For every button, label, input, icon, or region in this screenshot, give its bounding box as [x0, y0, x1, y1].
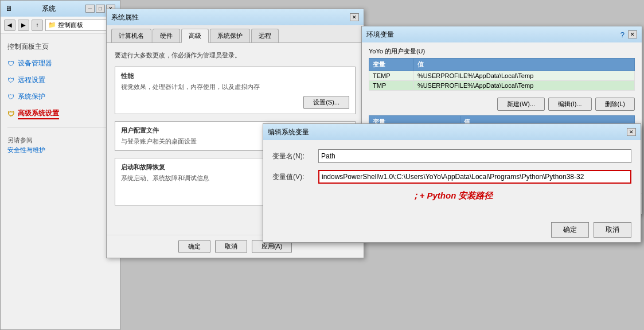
sidebar-item-remote[interactable]: 🛡 远程设置	[1, 72, 120, 88]
edit-footer: 确定 取消	[263, 218, 641, 242]
other-ref-link[interactable]: 安全性与维护	[7, 145, 113, 156]
maximize-btn[interactable]: □	[96, 5, 105, 13]
sidebar-item-protection[interactable]: 🛡 系统保护	[1, 88, 120, 105]
sys-props-cancel-btn[interactable]: 取消	[215, 240, 247, 253]
edit-form: 变量名(N): 变量值(V): ；+ Python 安装路径	[263, 140, 641, 218]
sidebar-label-device: 设备管理器	[18, 59, 52, 68]
breadcrumb-text: 📁 控制面板	[48, 21, 83, 28]
edit-var-close-btn[interactable]: ✕	[627, 128, 636, 136]
edit-var-title-bar: 编辑系统变量 ✕	[263, 124, 641, 140]
edit-var-title: 编辑系统变量	[268, 127, 309, 137]
sidebar-item-device[interactable]: 🛡 设备管理器	[1, 55, 120, 72]
var-name-row: 变量名(N):	[272, 149, 631, 163]
other-ref-section: 另请参阅 安全性与维护	[1, 133, 120, 159]
user-var-val-1: %USERPROFILE%\AppData\Local\Temp	[413, 71, 634, 81]
tab-computer-name[interactable]: 计算机名	[111, 29, 151, 42]
env-controls: ? ✕	[620, 30, 637, 39]
edit-cancel-btn[interactable]: 取消	[594, 222, 631, 238]
tabs-bar: 计算机名 硬件 高级 系统保护 远程	[107, 25, 364, 43]
sidebar-label-protection: 系统保护	[18, 92, 45, 102]
user-vars-section: YoYo 的用户变量(U) 变量 值 TEMP %USERPROFILE%\Ap…	[362, 42, 642, 95]
nav-bar: ◀ ▶ ↑ 📁 控制面板	[1, 17, 120, 34]
shield-icon-1: 🛡	[7, 60, 14, 68]
tab-hardware[interactable]: 硬件	[153, 29, 180, 42]
minimize-btn[interactable]: ─	[85, 5, 95, 13]
sidebar-label-remote: 远程设置	[18, 75, 45, 85]
sys-props-title-bar: 系统属性 ✕	[107, 9, 364, 25]
user-var-name-1: TEMP	[369, 71, 414, 81]
table-row[interactable]: TMP %USERPROFILE%\AppData\Local\Temp	[369, 81, 635, 91]
perf-desc: 视觉效果，处理器计划，内存使用，以及虚拟内存	[121, 83, 349, 91]
user-var-val-2: %USERPROFILE%\AppData\Local\Temp	[413, 81, 634, 91]
shield-icon-3: 🛡	[7, 93, 14, 101]
sys-props-close-btn[interactable]: ✕	[350, 13, 359, 21]
edit-var-controls: ✕	[627, 128, 636, 136]
system-window: 🖥 系统 ─ □ ✕ ◀ ▶ ↑ 📁 控制面板 控制面板主页 🛡 设备管理器 🛡…	[0, 0, 120, 330]
forward-btn[interactable]: ▶	[18, 20, 29, 31]
tab-sys-protection[interactable]: 系统保护	[210, 29, 250, 42]
sidebar-item-advanced[interactable]: 🛡 高级系统设置	[1, 105, 120, 123]
user-vars-col-val: 值	[413, 59, 634, 71]
env-close-btn[interactable]: ✕	[628, 30, 637, 38]
sys-props-title: 系统属性	[111, 13, 139, 22]
var-value-row: 变量值(V):	[272, 170, 631, 184]
env-title-bar: 环境变量 ? ✕	[362, 26, 642, 42]
env-title: 环境变量	[366, 30, 394, 40]
var-value-label: 变量值(V):	[272, 172, 318, 182]
edit-confirm-btn[interactable]: 确定	[551, 222, 589, 238]
sys-props-ok-btn[interactable]: 确定	[178, 240, 210, 253]
perf-settings-btn[interactable]: 设置(S)...	[303, 96, 349, 109]
back-btn[interactable]: ◀	[4, 20, 15, 31]
var-name-input[interactable]	[318, 149, 631, 163]
system-title-text: 系统	[42, 4, 56, 14]
user-vars-label: YoYo 的用户变量(U)	[369, 47, 635, 56]
sidebar-divider	[7, 127, 113, 128]
help-icon: ?	[620, 30, 625, 39]
tab-remote[interactable]: 远程	[251, 29, 279, 42]
var-value-input[interactable]	[318, 170, 631, 184]
perf-section: 性能 视觉效果，处理器计划，内存使用，以及虚拟内存 设置(S)...	[115, 67, 356, 114]
other-ref-title: 另请参阅	[7, 136, 113, 145]
perf-title: 性能	[121, 72, 349, 80]
user-vars-table: 变量 值 TEMP %USERPROFILE%\AppData\Local\Te…	[369, 58, 635, 91]
sidebar-header: 控制面板主页	[1, 38, 120, 55]
shield-icon-4: 🛡	[7, 110, 14, 118]
var-name-label: 变量名(N):	[272, 152, 318, 161]
shield-icon-2: 🛡	[7, 76, 14, 84]
sys-props-controls: ✕	[350, 13, 359, 21]
sidebar: 控制面板主页 🛡 设备管理器 🛡 远程设置 🛡 系统保护 🛡 高级系统设置 另请…	[1, 34, 120, 164]
tab-advanced[interactable]: 高级	[181, 29, 209, 43]
user-delete-btn[interactable]: 删除(L)	[595, 98, 635, 111]
up-btn[interactable]: ↑	[32, 20, 43, 31]
user-vars-col-var: 变量	[369, 59, 414, 71]
edit-var-dialog: 编辑系统变量 ✕ 变量名(N): 变量值(V): ；+ Python 安装路径 …	[263, 123, 641, 243]
admin-note: 要进行大多数更改，你必须作为管理员登录。	[115, 51, 356, 60]
user-var-name-2: TMP	[369, 81, 414, 91]
user-btns-row: 新建(W)... 编辑(I)... 删除(L)	[362, 95, 642, 113]
sidebar-label-advanced: 高级系统设置	[18, 108, 59, 119]
user-new-btn[interactable]: 新建(W)...	[497, 98, 545, 111]
system-title-icon: 🖥	[5, 5, 12, 13]
system-title-bar: 🖥 系统 ─ □ ✕	[1, 1, 120, 17]
user-edit-btn[interactable]: 编辑(I)...	[548, 98, 592, 111]
annotation-text: ；+ Python 安装路径	[272, 191, 631, 201]
table-row[interactable]: TEMP %USERPROFILE%\AppData\Local\Temp	[369, 71, 635, 81]
